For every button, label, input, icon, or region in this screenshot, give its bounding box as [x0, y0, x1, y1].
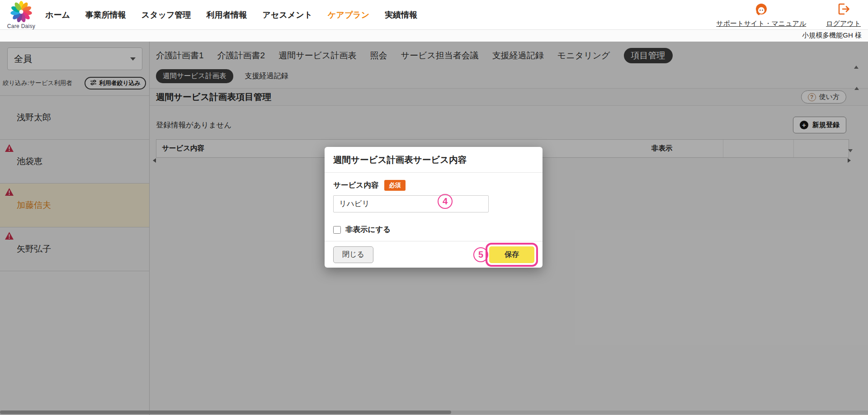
- logout-link[interactable]: ログアウト: [826, 2, 861, 28]
- annotation-circle-4: 4: [438, 194, 453, 209]
- service-content-modal: 週間サービス計画表サービス内容 サービス内容 必須 非表示にする 閉じる 保存 …: [325, 147, 542, 268]
- hide-checkbox-row: 非表示にする: [333, 225, 534, 235]
- topnav-right: サポートサイト・マニュアル ログアウト: [716, 2, 861, 28]
- logout-label: ログアウト: [826, 19, 861, 28]
- main-menu: ホーム 事業所情報 スタッフ管理 利用者情報 アセスメント ケアプラン 実績情報: [45, 9, 417, 20]
- logo-text: Care Daisy: [7, 23, 35, 29]
- nav-user-info[interactable]: 利用者情報: [207, 9, 247, 20]
- save-button-highlight: 保存: [486, 243, 538, 267]
- hide-checkbox[interactable]: [333, 226, 341, 234]
- modal-title: 週間サービス計画表サービス内容: [333, 154, 467, 166]
- hide-checkbox-label: 非表示にする: [345, 225, 391, 235]
- service-content-label: サービス内容: [333, 180, 378, 190]
- nav-office-info[interactable]: 事業所情報: [85, 9, 126, 20]
- save-button[interactable]: 保存: [489, 246, 534, 263]
- daisy-logo-icon: [10, 0, 32, 24]
- top-navigation: Care Daisy ホーム 事業所情報 スタッフ管理 利用者情報 アセスメント…: [0, 0, 868, 30]
- headset-support-icon: [754, 2, 769, 19]
- required-badge: 必須: [384, 180, 406, 191]
- facility-name: 小規模多機能GH 様: [802, 31, 862, 39]
- nav-care-plan[interactable]: ケアプラン: [328, 9, 369, 20]
- close-button[interactable]: 閉じる: [333, 246, 373, 263]
- support-site-label: サポートサイト・マニュアル: [716, 19, 806, 28]
- service-content-input[interactable]: [333, 195, 489, 212]
- annotation-circle-5: 5: [473, 247, 488, 262]
- nav-assessment[interactable]: アセスメント: [263, 9, 313, 20]
- nav-home[interactable]: ホーム: [45, 9, 70, 20]
- nav-results-info[interactable]: 実績情報: [385, 9, 417, 20]
- nav-staff-management[interactable]: スタッフ管理: [142, 9, 191, 20]
- logout-icon: [836, 2, 851, 19]
- app-logo[interactable]: Care Daisy: [5, 0, 37, 29]
- account-strip: 小規模多機能GH 様: [0, 30, 868, 42]
- support-site-link[interactable]: サポートサイト・マニュアル: [716, 2, 806, 28]
